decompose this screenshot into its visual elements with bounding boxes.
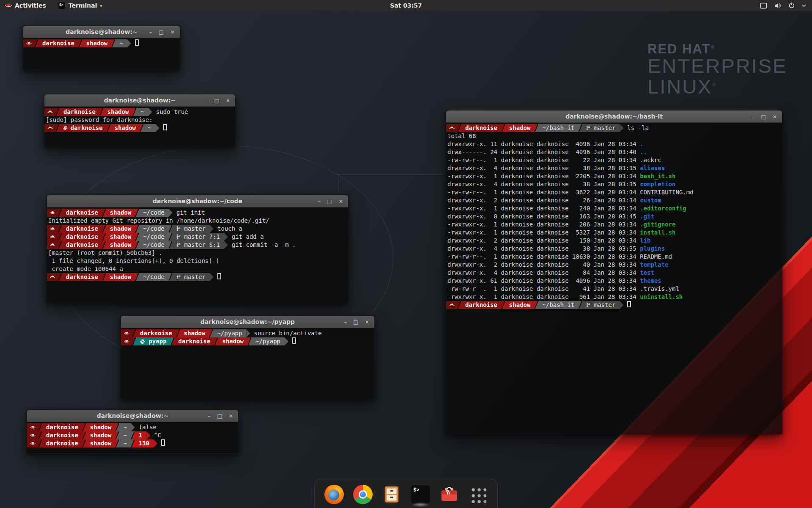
terminal-cursor	[627, 301, 631, 307]
close-button[interactable]: ✕	[226, 98, 230, 103]
window-title: darknoise@shadow:~/code	[153, 198, 242, 204]
prompt-segment-host: shadow	[218, 337, 248, 345]
close-button[interactable]: ✕	[365, 320, 369, 325]
prompt-separator-icon	[132, 329, 136, 337]
terminal-content[interactable]: darknoiseshadow~	[23, 38, 180, 70]
prompt-separator-icon	[135, 225, 139, 233]
clock-label: Sat 03:57	[390, 2, 422, 9]
file-entry: -rwxrwxr-x. 1 darknoise darknoise 961 Ja…	[446, 293, 683, 300]
file-name: ..	[640, 149, 647, 155]
prompt-separator-icon	[56, 108, 59, 116]
terminal-line: drwxrwxr-x. 2 darknoise darknoise 150 Ja…	[446, 237, 782, 245]
dock-item-toolbox[interactable]	[439, 484, 459, 505]
dock-item-firefox[interactable]	[324, 484, 344, 505]
terminal-line: -rw-rw-r--. 1 darknoise darknoise 41 Jan…	[446, 285, 782, 293]
prompt-segment-git: master	[582, 124, 620, 132]
prompt-separator-icon	[56, 124, 59, 132]
file-name: install.sh	[640, 229, 675, 236]
minimize-button[interactable]: –	[752, 114, 754, 119]
file-entry: drwxrwxr-x. 4 darknoise darknoise 84 Jan…	[446, 269, 654, 276]
app-menu-terminal[interactable]: $> Terminal ▾	[54, 0, 107, 11]
minimize-button[interactable]: –	[318, 199, 321, 204]
terminal-line: -rwxrwxr-x. 1 darknoise darknoise 240 Ja…	[446, 204, 782, 213]
prompt-separator-icon	[169, 241, 172, 249]
redhat-prompt-icon	[47, 233, 58, 241]
close-button[interactable]: ✕	[339, 199, 343, 204]
prompt-segment-host: shadow	[106, 209, 136, 217]
command-text: ^C	[154, 432, 161, 439]
prompt-segment-path: ~	[119, 431, 131, 439]
terminal-cursor	[217, 273, 221, 279]
prompt-segment-user: darknoise	[461, 124, 502, 132]
prompt-separator-icon	[169, 233, 172, 241]
maximize-button[interactable]: □	[159, 30, 164, 35]
terminal-line: 1 file changed, 0 insertions(+), 0 delet…	[47, 257, 348, 265]
dock-item-chrome[interactable]	[353, 484, 373, 505]
minimize-button[interactable]: –	[344, 320, 347, 325]
minimize-button[interactable]: –	[208, 414, 211, 419]
terminal-cursor	[161, 439, 165, 446]
toolbox-icon	[439, 485, 459, 504]
window-titlebar[interactable]: darknoise@shadow:~/code – □ ✕	[47, 195, 348, 207]
prompt-segment-path: ~/pyapp	[213, 329, 246, 337]
redhat-icon	[47, 125, 53, 131]
window-titlebar[interactable]: darknoise@shadow:~ – □ ✕	[23, 26, 180, 38]
minimize-button[interactable]: –	[205, 98, 208, 103]
rhel-wallpaper-logo: RED HAT® ENTERPRISE LINUX®	[647, 42, 787, 97]
terminal-line: -rwxrwxr-x. 1 darknoise darknoise 206 Ja…	[446, 221, 782, 229]
output-text: Initialized empty Git repository in /hom…	[47, 217, 269, 224]
prompt-segment-host: shadow	[106, 241, 136, 249]
dock-item-files[interactable]	[381, 484, 402, 505]
terminal-line: darknoiseshadow~sudo true	[44, 108, 235, 116]
prompt-separator-icon	[535, 301, 538, 309]
running-indicator	[411, 502, 430, 507]
output-text: total 68	[446, 133, 476, 139]
terminal-content[interactable]: darknoiseshadow~/codegit initInitialized…	[47, 207, 348, 303]
window-titlebar[interactable]: darknoise@shadow:~/pyapp – □ ✕	[121, 316, 374, 328]
dock-item-app-grid[interactable]	[468, 484, 488, 505]
app-grid-icon	[469, 486, 486, 503]
prompt-separator-icon	[102, 209, 106, 217]
file-name: custom	[640, 197, 661, 204]
file-entry: drwx------. 24 darknoise darknoise 4096 …	[446, 149, 647, 155]
clock[interactable]: Sat 03:57	[386, 0, 426, 11]
redhat-prompt-icon	[47, 209, 58, 217]
terminal-line: drwxrwxr-x. 2 darknoise darknoise 40 Jan…	[446, 261, 782, 269]
terminal-content[interactable]: darknoiseshadow~/bash-it masterls -latot…	[446, 123, 782, 434]
prompt-separator-icon	[38, 431, 42, 439]
prompt-separator-icon	[502, 124, 505, 132]
redhat-prompt-icon	[121, 329, 132, 337]
terminal-line: drwxrwxr-x. 4 darknoise darknoise 38 Jan…	[446, 164, 782, 172]
activities-button[interactable]: Activities	[0, 0, 51, 11]
prompt-segment-path: ~/code	[139, 225, 169, 233]
maximize-button[interactable]: □	[214, 98, 219, 103]
output-text: create mode 100644 a	[47, 265, 123, 272]
close-button[interactable]: ✕	[170, 30, 175, 35]
prompt-separator-icon	[579, 124, 582, 132]
maximize-button[interactable]: □	[327, 199, 332, 204]
terminal-content[interactable]: darknoiseshadow~falsedarknoiseshadow~1^C…	[27, 422, 238, 453]
maximize-button[interactable]: □	[761, 114, 766, 119]
window-titlebar[interactable]: darknoise@shadow:~ – □ ✕	[44, 94, 235, 107]
terminal-window-bash-it: darknoise@shadow:~/bash-it – □ ✕ darknoi…	[446, 110, 782, 434]
close-button[interactable]: ✕	[773, 114, 777, 119]
minimize-button[interactable]: –	[150, 30, 152, 35]
terminal-line: darknoiseshadow~/code master ?:1git add …	[47, 233, 348, 241]
terminal-cursor	[135, 39, 139, 46]
prompt-segment-path: ~/bash-it	[538, 124, 579, 132]
window-titlebar[interactable]: darknoise@shadow:~/bash-it – □ ✕	[446, 110, 782, 123]
terminal-content[interactable]: darknoiseshadow~/pyappsource bin/activat…	[121, 328, 374, 399]
terminal-line: darknoiseshadow~1^C	[27, 431, 238, 439]
dock-item-terminal[interactable]: $>	[410, 484, 431, 505]
git-branch-icon	[176, 274, 181, 280]
window-titlebar[interactable]: darknoise@shadow:~ – □ ✕	[27, 410, 238, 422]
prompt-segment-host: shadow	[110, 124, 140, 132]
close-button[interactable]: ✕	[229, 414, 233, 419]
terminal-cursor	[292, 337, 296, 344]
terminal-line: # darknoiseshadow~	[44, 124, 235, 132]
maximize-button[interactable]: □	[354, 320, 358, 325]
terminal-content[interactable]: darknoiseshadow~sudo true[sudo] password…	[44, 107, 235, 147]
maximize-button[interactable]: □	[217, 414, 222, 419]
prompt-segment-user: darknoise	[62, 241, 102, 249]
system-status-area[interactable]	[760, 2, 812, 9]
